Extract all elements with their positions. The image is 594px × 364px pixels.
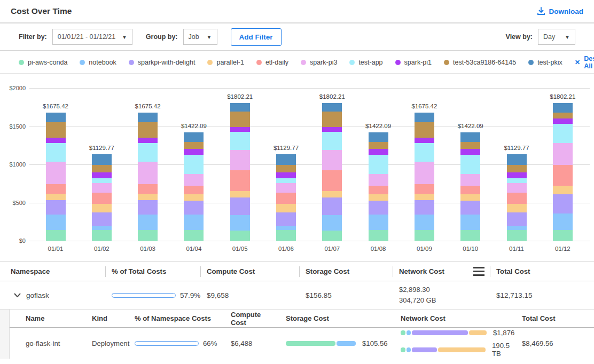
legend-item-test-app[interactable]: test-app bbox=[349, 59, 382, 66]
col-compute[interactable]: Compute Cost bbox=[200, 262, 299, 281]
bar-segment-etl-daily[interactable] bbox=[369, 186, 388, 194]
bar-segment-spark-pi3[interactable] bbox=[46, 162, 66, 184]
bar-segment-spark-pi1[interactable] bbox=[369, 149, 388, 155]
bar-segment-parallel-1[interactable] bbox=[415, 194, 434, 200]
bar-segment-notebook[interactable] bbox=[46, 215, 66, 230]
bar-segment-test-pkix[interactable] bbox=[369, 132, 388, 142]
bar-segment-notebook[interactable] bbox=[369, 215, 388, 231]
bar-segment-test-pkix[interactable] bbox=[322, 103, 342, 112]
bar-segment-sparkpi-with-delight[interactable] bbox=[184, 201, 204, 214]
bar-segment-spark-pi1[interactable] bbox=[276, 172, 296, 178]
bar-segment-etl-daily[interactable] bbox=[276, 193, 296, 203]
bar-segment-parallel-1[interactable] bbox=[184, 194, 204, 201]
bar-segment-test-app[interactable] bbox=[138, 143, 158, 162]
bar-segment-notebook[interactable] bbox=[415, 215, 434, 230]
bar-segment-test-53ca9186-64145[interactable] bbox=[415, 122, 434, 138]
bar-segment-spark-pi1[interactable] bbox=[322, 127, 342, 132]
bar-segment-test-pkix[interactable] bbox=[507, 154, 527, 164]
bar-segment-test-app[interactable] bbox=[230, 132, 250, 150]
bar-segment-spark-pi3[interactable] bbox=[230, 150, 250, 171]
bar-segment-sparkpi-with-delight[interactable] bbox=[553, 194, 573, 213]
bar-segment-test-pkix[interactable] bbox=[460, 132, 480, 142]
legend-item-spark-pi1[interactable]: spark-pi1 bbox=[395, 59, 432, 66]
bar-segment-test-pkix[interactable] bbox=[276, 154, 296, 164]
bar-segment-pi-aws-conda[interactable] bbox=[553, 230, 573, 241]
bar-segment-sparkpi-with-delight[interactable] bbox=[138, 200, 158, 215]
bar-segment-parallel-1[interactable] bbox=[92, 204, 112, 213]
bar-segment-spark-pi3[interactable] bbox=[276, 183, 296, 193]
bar-segment-parallel-1[interactable] bbox=[553, 186, 573, 194]
bar-segment-parallel-1[interactable] bbox=[138, 194, 158, 200]
bar-segment-etl-daily[interactable] bbox=[138, 184, 158, 193]
bar-segment-sparkpi-with-delight[interactable] bbox=[369, 201, 388, 214]
bar-segment-pi-aws-conda[interactable] bbox=[92, 230, 112, 241]
bar-segment-spark-pi3[interactable] bbox=[138, 162, 158, 184]
bar-segment-spark-pi1[interactable] bbox=[460, 149, 480, 155]
legend-item-parallel-1[interactable]: parallel-1 bbox=[207, 59, 244, 66]
bar-segment-etl-daily[interactable] bbox=[230, 170, 250, 191]
bar-segment-test-53ca9186-64145[interactable] bbox=[369, 142, 388, 149]
bar-segment-test-53ca9186-64145[interactable] bbox=[507, 165, 527, 172]
column-settings-icon[interactable] bbox=[473, 267, 484, 276]
bar-segment-parallel-1[interactable] bbox=[460, 194, 480, 201]
bar-segment-test-pkix[interactable] bbox=[46, 113, 66, 122]
bar-segment-test-53ca9186-64145[interactable] bbox=[184, 142, 204, 149]
download-button[interactable]: Download bbox=[537, 7, 584, 15]
legend-item-test-53ca9186-64145[interactable]: test-53ca9186-64145 bbox=[444, 59, 516, 66]
bar-segment-test-app[interactable] bbox=[369, 155, 388, 174]
add-filter-button[interactable]: Add Filter bbox=[231, 28, 282, 46]
bar-segment-pi-aws-conda[interactable] bbox=[322, 231, 342, 241]
bar-segment-test-app[interactable] bbox=[322, 132, 342, 150]
bar-segment-spark-pi1[interactable] bbox=[230, 127, 250, 132]
bar-segment-test-app[interactable] bbox=[507, 178, 527, 183]
bar-segment-test-app[interactable] bbox=[276, 178, 296, 183]
bar-segment-test-pkix[interactable] bbox=[415, 113, 434, 122]
bar-segment-test-pkix[interactable] bbox=[92, 154, 112, 164]
col-storage[interactable]: Storage Cost bbox=[299, 262, 393, 281]
col-network[interactable]: Network Cost bbox=[393, 310, 514, 327]
legend-item-spark-pi3[interactable]: spark-pi3 bbox=[301, 59, 337, 66]
bar-segment-pi-aws-conda[interactable] bbox=[507, 230, 527, 241]
bar-segment-pi-aws-conda[interactable] bbox=[276, 230, 296, 241]
bar-segment-test-app[interactable] bbox=[184, 155, 204, 174]
bar-segment-pi-aws-conda[interactable] bbox=[369, 230, 388, 241]
bar-segment-test-53ca9186-64145[interactable] bbox=[46, 122, 66, 138]
bar-segment-sparkpi-with-delight[interactable] bbox=[92, 212, 112, 226]
bar-segment-etl-daily[interactable] bbox=[184, 186, 204, 194]
bar-segment-spark-pi3[interactable] bbox=[322, 150, 342, 171]
bar-segment-etl-daily[interactable] bbox=[322, 170, 342, 191]
bar-segment-test-app[interactable] bbox=[553, 124, 573, 143]
bar-segment-test-app[interactable] bbox=[92, 178, 112, 183]
bar-segment-parallel-1[interactable] bbox=[46, 194, 66, 200]
bar-segment-test-pkix[interactable] bbox=[184, 132, 204, 142]
bar-segment-test-app[interactable] bbox=[46, 143, 66, 162]
bar-segment-notebook[interactable] bbox=[92, 226, 112, 230]
chevron-down-icon[interactable] bbox=[14, 293, 21, 298]
bar-segment-notebook[interactable] bbox=[230, 215, 250, 231]
bar-segment-test-app[interactable] bbox=[415, 143, 434, 162]
date-range-select[interactable]: 01/01/21 - 01/12/21 ▼ bbox=[52, 29, 132, 45]
bar-segment-test-53ca9186-64145[interactable] bbox=[138, 122, 158, 138]
bar-segment-parallel-1[interactable] bbox=[507, 204, 527, 213]
bar-segment-etl-daily[interactable] bbox=[460, 186, 480, 194]
bar-segment-pi-aws-conda[interactable] bbox=[138, 230, 158, 241]
bar-segment-test-53ca9186-64145[interactable] bbox=[92, 165, 112, 172]
bar-segment-spark-pi3[interactable] bbox=[460, 174, 480, 186]
bar-segment-pi-aws-conda[interactable] bbox=[460, 230, 480, 241]
col-network[interactable]: Network Cost bbox=[393, 262, 490, 281]
bar-segment-spark-pi3[interactable] bbox=[92, 183, 112, 193]
bar-segment-pi-aws-conda[interactable] bbox=[230, 231, 250, 241]
bar-segment-spark-pi1[interactable] bbox=[507, 172, 527, 178]
col-pct-namespace[interactable]: % of Namespace Costs bbox=[127, 310, 223, 327]
bar-segment-test-53ca9186-64145[interactable] bbox=[322, 112, 342, 126]
bar-segment-spark-pi3[interactable] bbox=[184, 174, 204, 186]
group-by-select[interactable]: Job ▼ bbox=[183, 29, 217, 45]
bar-segment-spark-pi1[interactable] bbox=[184, 149, 204, 155]
bar-segment-test-pkix[interactable] bbox=[138, 113, 158, 122]
bar-segment-pi-aws-conda[interactable] bbox=[46, 230, 66, 241]
legend-item-test-pkix[interactable]: test-pkix bbox=[528, 59, 562, 66]
bar-segment-test-53ca9186-64145[interactable] bbox=[276, 165, 296, 172]
bar-segment-spark-pi3[interactable] bbox=[369, 174, 388, 186]
view-by-select[interactable]: Day ▼ bbox=[538, 29, 575, 45]
deselect-all-button[interactable]: ✕ Deselect All bbox=[575, 55, 594, 70]
